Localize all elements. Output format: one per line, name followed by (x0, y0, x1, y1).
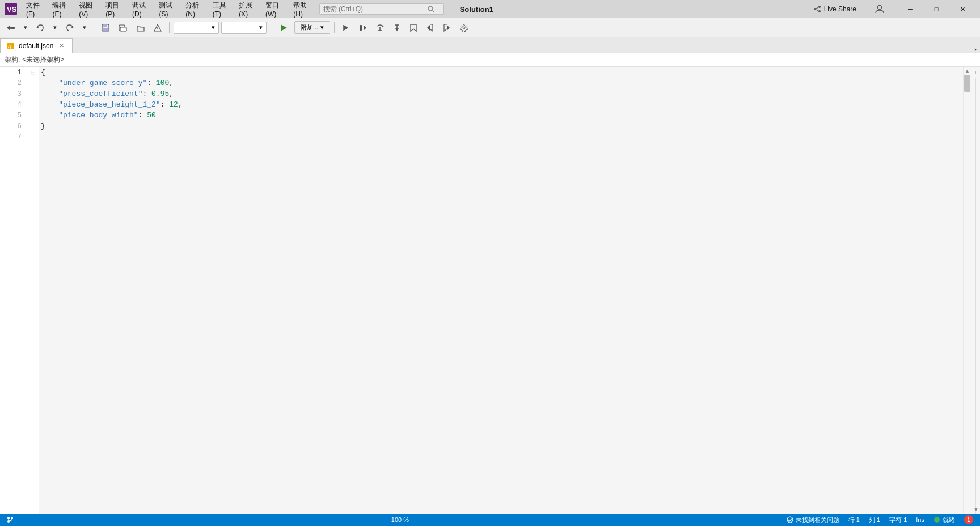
menu-analyze[interactable]: 分析(N) (181, 0, 206, 20)
git-branch-icon (7, 516, 14, 523)
run-test2-icon (359, 24, 367, 32)
fold-indicator-1[interactable]: ⊟ (31, 70, 36, 75)
live-share-button[interactable]: Live Share (807, 3, 862, 15)
breadcrumb-value[interactable]: <未选择架构> (22, 55, 64, 65)
menu-tools[interactable]: 工具(T) (208, 0, 233, 20)
step-over-icon (376, 24, 384, 32)
minimize-button[interactable]: ─ (897, 0, 923, 18)
status-ready[interactable]: 就绪 (931, 516, 957, 524)
toolbar-settings-btn[interactable] (457, 22, 471, 33)
code-line-6[interactable]: } (39, 121, 963, 132)
svg-point-39 (11, 517, 13, 519)
menu-window[interactable]: 窗口(W) (261, 0, 288, 20)
menu-test[interactable]: 测试(S) (154, 0, 180, 20)
status-git-branch[interactable] (5, 516, 16, 523)
toolbar-redo-dropdown[interactable]: ▾ (79, 22, 90, 33)
toolbar-run-test-btn2[interactable] (356, 22, 370, 33)
menu-debug[interactable]: 调试(D) (128, 0, 153, 20)
right-scrollbar[interactable]: ▲ (963, 67, 971, 514)
attach-button[interactable]: 附加... ▾ (294, 21, 330, 34)
close-button[interactable]: ✕ (949, 0, 975, 18)
svg-rect-24 (360, 25, 362, 31)
svg-marker-33 (447, 25, 450, 31)
toolbar-save-all-button[interactable] (115, 22, 131, 33)
status-col[interactable]: 列 1 (867, 516, 882, 524)
toolbar-save-button[interactable] (98, 22, 113, 33)
config-dropdown-1-arrow: ▾ (212, 24, 215, 31)
status-ins[interactable]: Ins (914, 516, 927, 523)
code-colon-3: : (142, 88, 151, 99)
menu-help[interactable]: 帮助(H) (289, 0, 314, 20)
toolbar-redo-button[interactable] (62, 22, 77, 33)
toolbar-step-in-btn[interactable] (390, 22, 404, 33)
config-dropdown-1[interactable]: ▾ (174, 22, 219, 34)
line-number-5: 5 (0, 110, 28, 121)
svg-text:{}: {} (8, 45, 11, 49)
search-input[interactable] (323, 5, 425, 13)
code-line-4[interactable]: "piece_base_height_1_2" : 12 , (39, 99, 963, 110)
menu-extensions[interactable]: 扩展(X) (234, 0, 260, 20)
user-profile-button[interactable] (867, 0, 893, 18)
line-numbers: 1 2 3 4 5 6 7 (0, 67, 28, 514)
json-file-icon: {} (7, 43, 14, 49)
status-bar-center: 100 % (23, 516, 778, 523)
user-icon (875, 4, 885, 14)
code-val-3: 0.95 (151, 88, 169, 99)
scroll-up-arrow[interactable]: ▲ (964, 67, 971, 75)
toolbar-undo-dropdown[interactable]: ▾ (50, 22, 60, 33)
menu-view[interactable]: 视图(V) (74, 0, 100, 20)
menu-edit[interactable]: 编辑(E) (48, 0, 73, 20)
undo-icon (36, 24, 44, 32)
menu-project[interactable]: 项目(P) (101, 0, 126, 20)
svg-rect-15 (103, 24, 107, 27)
code-key-4: "piece_base_height_1_2" (58, 99, 160, 110)
fold-line-7 (28, 132, 39, 142)
status-char[interactable]: 字符 1 (887, 516, 909, 524)
code-line-7[interactable] (39, 132, 963, 142)
scroll-bottom-arrow[interactable]: ▼ (972, 506, 980, 514)
line-number-6: 6 (0, 121, 28, 132)
code-line-1[interactable]: { (39, 67, 963, 78)
code-line-2[interactable]: "under_game_score_y" : 100 , (39, 78, 963, 88)
toolbar-prev-bookmark-btn[interactable] (423, 22, 437, 33)
status-zoom[interactable]: 100 % (389, 516, 411, 523)
status-ok-item[interactable]: 未找到相关问题 (784, 516, 842, 524)
start-icon (280, 24, 288, 32)
separator-2 (169, 22, 170, 33)
code-comma-4: , (178, 99, 183, 110)
code-line-3[interactable]: "press_coefficient" : 0.95 , (39, 88, 963, 99)
toolbar-back-button[interactable] (3, 22, 18, 33)
svg-point-38 (7, 517, 10, 519)
scroll-thumb[interactable] (964, 75, 970, 92)
attach-label: 附加... (301, 23, 318, 32)
toolbar-open-button[interactable] (133, 22, 148, 33)
toolbar-publish-button[interactable] (150, 22, 165, 33)
editor-content[interactable]: { "under_game_score_y" : 100 , "press_co… (39, 67, 963, 514)
search-box[interactable] (319, 3, 444, 15)
config-dropdown-2[interactable]: ▾ (221, 22, 267, 34)
status-error-item[interactable]: 1 (962, 515, 975, 524)
toolbar-step-over-btn[interactable] (373, 22, 387, 33)
fold-line-1[interactable]: ⊟ (28, 67, 39, 78)
menu-file[interactable]: 文件(F) (22, 0, 47, 20)
status-row-label: 行 1 (848, 516, 860, 524)
toolbar-dropdown-btn[interactable]: ▾ (20, 22, 31, 33)
toolbar-next-bookmark-btn[interactable] (440, 22, 454, 33)
gutter-plus-button[interactable]: + (971, 69, 980, 76)
code-colon-5: : (138, 110, 147, 121)
restore-button[interactable]: □ (923, 0, 949, 18)
code-val-2: 100 (156, 78, 169, 88)
svg-point-5 (818, 6, 821, 8)
tab-default-json[interactable]: {} default.json ✕ (0, 38, 73, 53)
code-comma-3: , (169, 88, 174, 99)
line-number-3: 3 (0, 88, 28, 99)
code-line-5[interactable]: "piece_body_width" : 50 (39, 110, 963, 121)
status-icon (933, 516, 940, 523)
toolbar-run-test-btn[interactable] (339, 22, 353, 33)
tab-close-button[interactable]: ✕ (58, 42, 65, 49)
tab-scroll-right[interactable]: › (971, 46, 980, 53)
start-button[interactable] (275, 22, 292, 33)
toolbar-bookmark-btn[interactable] (407, 22, 420, 33)
status-row[interactable]: 行 1 (846, 516, 862, 524)
toolbar-undo-button[interactable] (33, 22, 48, 33)
